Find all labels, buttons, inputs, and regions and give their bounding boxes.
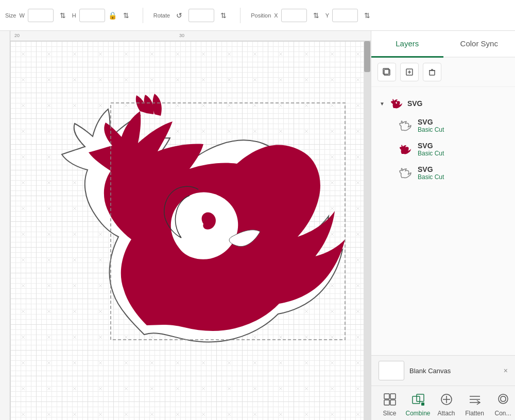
svg-rect-6 [430,71,435,75]
blank-canvas-label: Blank Canvas [409,367,451,375]
layer-item-type-1: Basic Cut [418,126,444,133]
layer-item-name-3: SVG [418,165,444,173]
layer-item-text-2: SVG Basic Cut [418,142,444,157]
size-label: Size [5,12,16,19]
slice-icon [382,391,398,408]
slice-action[interactable]: Slice [375,391,404,417]
layer-item-3[interactable]: SVG Basic Cut [377,161,509,185]
layers-list: ▼ SVG [371,87,515,355]
attach-icon [438,391,455,408]
svg-rect-10 [390,394,396,399]
cardinal-logo-container[interactable] [52,87,350,360]
layer-item-type-2: Basic Cut [418,150,444,157]
position-label: Position [251,12,271,19]
flatten-icon [467,391,483,408]
contour-action[interactable]: Con... [489,391,515,417]
vertical-scrollbar[interactable] [364,41,371,420]
separator-1 [143,8,143,23]
rotate-label: Rotate [153,12,170,19]
y-input[interactable] [332,9,358,22]
attach-label: Attach [437,410,455,417]
add-icon [405,67,414,77]
contour-label: Con... [494,410,511,417]
rotate-adjust-icon[interactable]: ⇅ [217,9,230,22]
tab-layers[interactable]: Layers [371,31,443,58]
layer-item-text-1: SVG Basic Cut [418,118,444,133]
duplicate-icon [382,67,391,77]
layer-item-2[interactable]: SVG Basic Cut [377,137,509,161]
width-label: W [19,12,24,19]
ruler-mark-30: 30 [179,33,184,38]
svg-rect-15 [421,402,424,406]
position-group: Position X ⇅ Y ⇅ [251,9,373,22]
lock-icon[interactable]: 🔒 [108,11,117,20]
slice-label: Slice [383,410,396,417]
scrollbar-thumb[interactable] [364,41,370,72]
x-adjust-icon[interactable]: ⇅ [310,9,322,22]
height-input[interactable] [79,9,105,22]
separator-2 [240,8,241,23]
size-group: Size W ⇅ H 🔒 ⇅ [5,9,132,22]
chevron-down-icon: ▼ [380,101,385,107]
panel-tabs: Layers Color Sync [371,31,515,58]
cardinal-svg [52,87,350,360]
combine-action[interactable]: Combine [404,391,432,417]
layer-icon-1 [398,118,413,133]
svg-rect-12 [390,400,396,405]
duplicate-layer-button[interactable] [377,63,396,81]
ruler-left [0,31,10,420]
rotate-group: Rotate ↺ ⇅ [153,9,230,22]
delete-layer-button[interactable] [423,63,441,81]
svg-rect-13 [413,396,420,404]
layer-item-text-3: SVG Basic Cut [418,165,444,181]
y-adjust-icon[interactable]: ⇅ [361,9,373,22]
combine-icon [410,391,426,408]
flatten-action[interactable]: Flatten [460,391,489,417]
panel-toolbar [371,58,515,87]
svg-rect-14 [417,394,424,401]
bottom-actions: Slice Combine [371,386,515,420]
y-label: Y [325,12,329,19]
combine-label: Combine [405,410,430,417]
rotate-icon[interactable]: ↺ [173,9,185,22]
layer-item-name-1: SVG [418,118,444,126]
attach-action[interactable]: Attach [432,391,460,417]
height-adjust-icon[interactable]: ⇅ [120,9,132,22]
layer-group-header[interactable]: ▼ SVG [377,93,509,114]
layer-item-type-3: Basic Cut [418,173,444,181]
blank-canvas-bar: Blank Canvas × [371,356,515,386]
layer-item-name-2: SVG [418,142,444,150]
bottom-panel: Blank Canvas × Slice [371,355,515,420]
canvas-area[interactable]: 20 30 [0,31,371,420]
svg-rect-9 [384,394,389,399]
main-area: 20 30 [0,31,515,420]
rotate-input[interactable] [188,9,214,22]
layer-item-1[interactable]: SVG Basic Cut [377,114,509,137]
x-label: X [274,12,278,19]
layer-icon-3 [398,166,413,180]
ruler-top: 20 30 [0,31,371,41]
tab-color-sync[interactable]: Color Sync [443,31,516,58]
ruler-mark-20: 20 [14,33,20,38]
blank-canvas-close-button[interactable]: × [504,366,508,375]
flatten-label: Flatten [465,410,484,417]
layer-group-name: SVG [407,99,423,108]
right-panel: Layers Color Sync [371,31,515,420]
layer-icon-2 [398,142,413,156]
layer-group-svg: ▼ SVG [371,91,515,187]
svg-rect-11 [384,400,389,405]
add-layer-button[interactable] [400,63,419,81]
height-swap-icon[interactable]: ⇅ [57,9,69,22]
x-input[interactable] [281,9,307,22]
top-toolbar: Size W ⇅ H 🔒 ⇅ Rotate ↺ ⇅ Position X ⇅ Y… [0,0,515,31]
trash-icon [427,67,437,77]
blank-canvas-thumbnail [379,361,404,380]
height-label: H [72,12,76,19]
contour-icon [495,391,511,408]
width-input[interactable] [28,9,54,22]
canvas-grid[interactable] [10,41,371,420]
group-svg-icon [389,96,403,111]
